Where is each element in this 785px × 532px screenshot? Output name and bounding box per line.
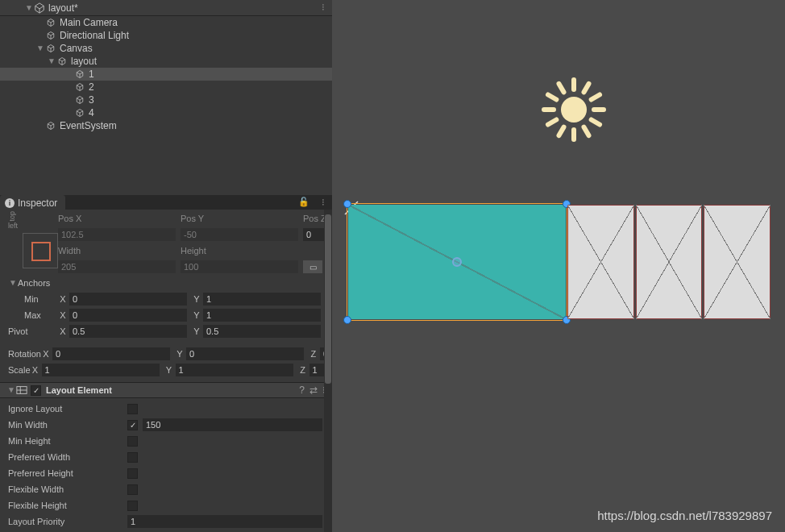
scene-name: layout*: [48, 2, 78, 14]
hierarchy-item-label: 2: [89, 81, 94, 93]
width-input[interactable]: [58, 260, 176, 273]
blueprint-button[interactable]: ▭: [303, 260, 322, 273]
hierarchy-item[interactable]: EventSystem: [0, 119, 332, 132]
gameobject-icon: [45, 120, 56, 131]
field-checkbox[interactable]: [127, 468, 138, 479]
gameobject-icon: [45, 43, 56, 54]
foldout-icon[interactable]: ▼: [24, 3, 34, 13]
posx-label: Pos X: [58, 214, 81, 223]
field-checkbox[interactable]: [127, 404, 138, 414]
posy-label: Pos Y: [181, 214, 204, 223]
hierarchy-item[interactable]: 1: [0, 68, 332, 81]
panel-menu-icon[interactable]: ⁝: [322, 197, 326, 208]
rot-x-input[interactable]: [52, 347, 170, 360]
rot-y-input[interactable]: [186, 347, 304, 360]
gameobject-icon: [74, 107, 85, 118]
pivot-handle[interactable]: [452, 257, 462, 267]
field-label: Preferred Height: [8, 468, 127, 478]
resize-handle[interactable]: [343, 200, 351, 208]
layout-group-visual: [348, 205, 770, 319]
hierarchy-item[interactable]: ▼Canvas: [0, 42, 332, 55]
anchor-max-x-input[interactable]: [69, 309, 187, 322]
hierarchy-item-label: Canvas: [60, 43, 93, 54]
layout-element-component-header[interactable]: ▼ ✓ Layout Element ? ⇄ ⁝: [0, 382, 332, 398]
foldout-icon[interactable]: ▼: [47, 56, 56, 66]
field-input[interactable]: [127, 515, 322, 528]
scale-y-input[interactable]: [176, 364, 293, 376]
field-label: Flexible Height: [8, 501, 127, 510]
posy-input[interactable]: [181, 228, 298, 241]
anchors-label: Anchors: [18, 278, 137, 288]
info-icon: i: [5, 198, 15, 208]
anchors-max-label: Max: [8, 310, 58, 320]
gameobject-icon: [74, 94, 85, 106]
height-label: Height: [181, 246, 206, 256]
hierarchy-item-label: Main Camera: [60, 17, 118, 28]
field-checkbox[interactable]: [127, 501, 138, 511]
component-title: Layout Element: [46, 385, 294, 395]
hierarchy-item-label: 3: [89, 94, 94, 106]
hierarchy-item[interactable]: 4: [0, 106, 332, 119]
layout-child-1[interactable]: [348, 205, 566, 319]
inspector-panel: i Inspector 🔓 ⁝ top left Po: [0, 195, 332, 532]
hierarchy-item-label: 4: [89, 107, 94, 118]
field-label: Ignore Layout: [8, 404, 127, 414]
hierarchy-item-label: layout: [71, 56, 97, 67]
anchor-min-x-input[interactable]: [69, 293, 187, 305]
gameobject-icon: [45, 17, 56, 28]
field-checkbox[interactable]: [127, 484, 138, 495]
hierarchy-item-label: EventSystem: [60, 120, 117, 131]
field-checkbox[interactable]: [127, 452, 138, 463]
pivot-y-input[interactable]: [203, 325, 321, 338]
scene-viewport[interactable]: https://blog.csdn.net/l783929897: [332, 0, 785, 532]
unity-scene-icon: [34, 2, 45, 14]
hierarchy-item[interactable]: ▼layout: [0, 55, 332, 68]
hierarchy-item[interactable]: Directional Light: [0, 29, 332, 42]
gameobject-icon: [45, 30, 56, 41]
foldout-icon[interactable]: ▼: [8, 278, 18, 288]
anchor-max-y-input[interactable]: [203, 309, 321, 322]
posx-input[interactable]: [58, 228, 176, 241]
directional-light-gizmo[interactable]: [542, 77, 606, 142]
more-icon[interactable]: ⁝: [322, 2, 326, 13]
hierarchy-scene-row[interactable]: ▼ layout* ⁝: [0, 0, 332, 16]
inspector-tab[interactable]: i Inspector: [0, 195, 65, 210]
lock-icon[interactable]: 🔓: [298, 197, 309, 207]
width-label: Width: [58, 246, 81, 256]
component-enabled-checkbox[interactable]: ✓: [31, 385, 41, 396]
layout-child-3[interactable]: [636, 205, 703, 319]
hierarchy-item[interactable]: 2: [0, 81, 332, 94]
foldout-icon[interactable]: ▼: [35, 44, 45, 53]
anchors-min-label: Min: [8, 294, 58, 304]
pivot-label: Pivot: [8, 326, 58, 336]
inspector-tab-label: Inspector: [18, 197, 57, 209]
hierarchy-item-label: Directional Light: [60, 30, 129, 41]
hierarchy-item[interactable]: 3: [0, 94, 332, 106]
scale-x-input[interactable]: [42, 364, 160, 376]
layout-child-2[interactable]: [567, 205, 634, 319]
scale-label: Scale: [8, 365, 31, 375]
field-label: Preferred Width: [8, 452, 127, 462]
anchor-top-label: top: [8, 211, 16, 222]
resize-handle[interactable]: [343, 316, 351, 324]
field-label: Layout Priority: [8, 517, 127, 526]
hierarchy-panel: ▼ layout* ⁝ Main CameraDirectional Light…: [0, 0, 332, 195]
preset-icon[interactable]: ⇄: [309, 384, 318, 396]
layout-child-4[interactable]: [704, 205, 770, 319]
anchor-preset-button[interactable]: top left: [8, 211, 58, 276]
foldout-icon[interactable]: ▼: [6, 385, 16, 395]
layout-element-icon: [16, 384, 27, 396]
gameobject-icon: [74, 81, 85, 93]
field-label: Flexible Width: [8, 484, 127, 494]
field-checkbox[interactable]: [127, 436, 138, 447]
inspector-scrollbar[interactable]: [324, 210, 332, 532]
height-input[interactable]: [181, 260, 298, 273]
anchor-min-y-input[interactable]: [203, 293, 321, 305]
field-checkbox[interactable]: ✓: [127, 420, 138, 430]
watermark-text: https://blog.csdn.net/l783929897: [597, 509, 772, 522]
rotation-label: Rotation: [8, 349, 41, 359]
field-input[interactable]: [143, 418, 322, 431]
pivot-x-input[interactable]: [69, 325, 187, 338]
hierarchy-item[interactable]: Main Camera: [0, 16, 332, 29]
help-icon[interactable]: ?: [299, 384, 305, 396]
